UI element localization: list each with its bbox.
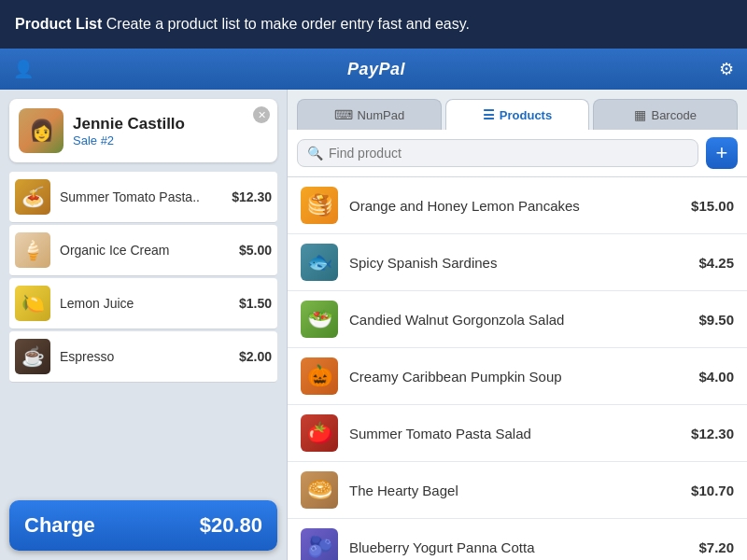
product-price: $4.25 [698,255,734,271]
product-name: Summer Tomato Pasta Salad [349,426,691,441]
search-input[interactable] [329,146,688,161]
product-price: $15.00 [691,198,734,214]
product-price: $12.30 [691,426,734,441]
product-name: Blueberry Yogurt Panna Cotta [349,539,698,555]
avatar: 👩 [19,108,63,153]
header-title-bold: Product List [15,16,102,32]
charge-amount: $20.80 [200,513,262,538]
product-price: $10.70 [691,483,734,498]
order-item[interactable]: 🍦 Organic Ice Cream $5.00 [9,225,277,276]
product-list-item[interactable]: 🥗 Candied Walnut Gorgonzola Salad $9.50 [288,291,747,348]
product-list: 🥞 Orange and Honey Lemon Pancakes $15.00… [288,177,747,560]
close-user-button[interactable]: ✕ [253,106,270,123]
product-price: $4.00 [698,369,734,385]
tab-label-barcode: Barcode [651,108,696,122]
product-list-item[interactable]: 🎃 Creamy Caribbean Pumpkin Soup $4.00 [288,348,747,405]
search-input-wrap: 🔍 [297,139,698,167]
paypal-bar: 👤 PayPal ⚙ [0,49,747,90]
order-item-thumbnail: ☕ [15,339,50,374]
order-item-name: Summer Tomato Pasta.. [60,189,232,204]
order-item-price: $5.00 [239,243,272,258]
product-list-item[interactable]: 🐟 Spicy Spanish Sardines $4.25 [288,234,747,291]
product-thumbnail: 🐟 [301,244,338,281]
tab-icon-barcode: ▦ [634,107,646,122]
settings-icon[interactable]: ⚙ [719,59,734,79]
order-item[interactable]: 🍋 Lemon Juice $1.50 [9,278,277,329]
user-sale: Sale #2 [73,133,185,147]
user-card: 👩 Jennie Castillo Sale #2 ✕ [9,99,277,162]
order-item-name: Lemon Juice [60,296,239,311]
product-list-item[interactable]: 🫐 Blueberry Yogurt Panna Cotta $7.20 [288,519,747,560]
product-thumbnail: 🍅 [301,414,338,452]
product-name: The Hearty Bagel [349,483,691,498]
left-panel: 👩 Jennie Castillo Sale #2 ✕ 🍝 Summer Tom… [0,90,288,560]
order-item-name: Espresso [60,349,239,364]
charge-button[interactable]: Charge $20.80 [9,500,277,551]
order-item[interactable]: 🍝 Summer Tomato Pasta.. $12.30 [9,172,277,223]
tab-numpad[interactable]: ⌨ NumPad [297,99,442,130]
paypal-brand: PayPal [347,60,405,79]
product-thumbnail: 🥗 [301,301,338,338]
product-thumbnail: 🥯 [301,471,338,509]
product-list-item[interactable]: 🥞 Orange and Honey Lemon Pancakes $15.00 [288,177,747,234]
order-item[interactable]: ☕ Espresso $2.00 [9,331,277,383]
order-item-price: $2.00 [239,349,272,364]
product-list-item[interactable]: 🍅 Summer Tomato Pasta Salad $12.30 [288,405,747,462]
tab-label-numpad: NumPad [358,108,405,122]
order-item-thumbnail: 🍦 [15,232,50,268]
product-thumbnail: 🎃 [301,357,338,395]
tab-icon-numpad: ⌨ [334,107,353,122]
tab-products[interactable]: ☰ Products [445,99,590,130]
search-bar: 🔍 + [288,130,747,177]
user-name: Jennie Castillo [73,115,185,133]
right-panel: ⌨ NumPad ☰ Products ▦ Barcode 🔍 + 🥞 Oran… [288,90,747,560]
tab-label-products: Products [500,108,552,122]
header-bar: Product List Create a product list to ma… [0,0,747,49]
search-icon: 🔍 [307,146,323,161]
product-price: $7.20 [698,539,734,555]
tabs-bar: ⌨ NumPad ☰ Products ▦ Barcode [288,90,747,130]
product-name: Orange and Honey Lemon Pancakes [349,198,691,214]
order-item-thumbnail: 🍋 [15,286,50,321]
order-item-name: Organic Ice Cream [60,243,239,258]
tab-icon-products: ☰ [483,107,495,122]
product-name: Candied Walnut Gorgonzola Salad [349,312,698,328]
add-product-button[interactable]: + [706,137,738,169]
charge-label: Charge [24,513,95,538]
product-thumbnail: 🫐 [301,528,338,560]
product-thumbnail: 🥞 [301,187,338,224]
order-item-price: $12.30 [232,189,272,204]
header-title-rest: Create a product list to make order entr… [106,16,470,32]
product-list-item[interactable]: 🥯 The Hearty Bagel $10.70 [288,462,747,519]
main-content: 👩 Jennie Castillo Sale #2 ✕ 🍝 Summer Tom… [0,90,747,560]
user-icon[interactable]: 👤 [13,59,34,79]
order-item-thumbnail: 🍝 [15,179,50,215]
product-price: $9.50 [698,312,734,328]
order-items-list: 🍝 Summer Tomato Pasta.. $12.30 🍦 Organic… [0,172,287,491]
product-name: Spicy Spanish Sardines [349,255,698,271]
tab-barcode[interactable]: ▦ Barcode [593,99,738,130]
order-item-price: $1.50 [239,296,272,311]
user-info: Jennie Castillo Sale #2 [73,115,185,147]
product-name: Creamy Caribbean Pumpkin Soup [349,369,698,385]
header-title: Product List Create a product list to ma… [15,16,470,33]
